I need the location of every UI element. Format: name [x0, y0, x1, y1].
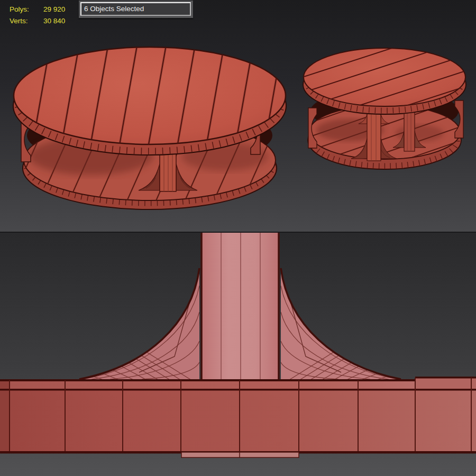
- closeup-render: [0, 233, 476, 476]
- top-plank-lines: [14, 47, 286, 144]
- verts-value: 30 840: [43, 15, 65, 27]
- shelf-apron: [0, 390, 476, 452]
- band-lower-protrusion: [181, 452, 299, 457]
- max-viewport-stage: Polys: 29 920 Verts: 30 840 6 Objects Se…: [0, 0, 476, 476]
- large-table-top: [13, 47, 286, 155]
- large-coffee-table[interactable]: [13, 47, 286, 209]
- tables-render: [0, 0, 476, 232]
- shelf-top-lip: [0, 380, 476, 390]
- viewport-closeup[interactable]: [0, 232, 476, 476]
- lip-top-outline: [0, 379, 476, 381]
- right-edge-bracket: [455, 100, 463, 138]
- verts-stat: Verts: 30 840: [10, 15, 65, 27]
- top-plank-lines: [304, 48, 465, 106]
- selection-name-field[interactable]: 6 Objects Selected: [80, 2, 191, 16]
- selection-field-frame: 6 Objects Selected: [79, 1, 193, 18]
- small-table-top: [303, 48, 466, 114]
- support-closeup[interactable]: [0, 233, 476, 457]
- viewport-perspective[interactable]: Polys: 29 920 Verts: 30 840 6 Objects Se…: [0, 0, 476, 232]
- polys-stat: Polys: 29 920: [10, 4, 65, 15]
- left-flare-bracket: [70, 268, 205, 389]
- polys-label: Polys:: [10, 4, 37, 15]
- polys-value: 29 920: [43, 4, 65, 15]
- shelf-edge-band: [0, 377, 476, 457]
- verts-label: Verts:: [10, 15, 37, 27]
- small-coffee-table[interactable]: [303, 48, 466, 169]
- viewport-statistics: Polys: 29 920 Verts: 30 840: [10, 4, 65, 27]
- closeup-support-post: [201, 233, 279, 381]
- lip-bottom-seam: [0, 389, 476, 391]
- right-lip-step: [415, 377, 476, 390]
- right-flare-bracket: [275, 268, 410, 389]
- band-left-end: [0, 380, 10, 452]
- small-table-shelf: [308, 105, 461, 169]
